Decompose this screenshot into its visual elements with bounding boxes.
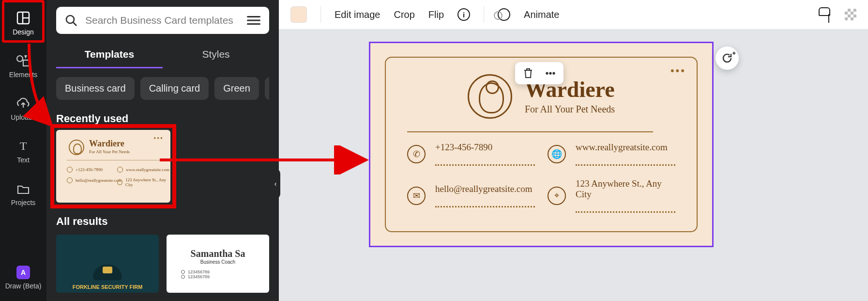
chip-business-card[interactable]: Business card	[56, 77, 135, 100]
card-more-icon[interactable]: •••	[670, 64, 686, 77]
light-card-name: Samantha Sa	[191, 248, 245, 259]
tab-styles[interactable]: Styles	[163, 42, 269, 68]
separator	[320, 6, 321, 23]
svg-text:T: T	[20, 140, 27, 152]
projects-icon	[16, 181, 30, 196]
design-icon	[16, 11, 30, 25]
rail-projects[interactable]: Projects	[4, 174, 43, 213]
thumb-site: www.reallygreatsite.com	[117, 167, 169, 173]
pin-icon: ⌖	[548, 187, 566, 205]
globe-icon: 🌐	[548, 145, 566, 163]
separator	[484, 6, 484, 23]
pet-logo-icon	[468, 74, 512, 119]
light-card-line1: 123456789	[181, 269, 210, 274]
chip-green[interactable]: Green	[214, 77, 259, 100]
regenerate-button[interactable]	[716, 47, 739, 70]
rail-elements-label: Elements	[9, 71, 37, 79]
uploads-icon	[16, 96, 30, 111]
rail-draw[interactable]: A Draw (Beta)	[4, 258, 43, 297]
template-card-dark[interactable]: FORKLINE SECURITY FIRM	[56, 235, 159, 293]
collapse-panel-handle[interactable]: ‹	[271, 169, 280, 199]
card-subtitle: For All Your Pet Needs	[525, 104, 615, 115]
light-card-role: Business Coach	[200, 259, 235, 265]
rail-uploads-label: Uploads	[11, 113, 35, 121]
phone-value: +123-456-7890	[435, 142, 535, 153]
draw-icon: A	[16, 266, 30, 279]
thumb-more-icon[interactable]: •••	[153, 135, 164, 143]
paint-roller-icon[interactable]	[819, 7, 831, 22]
tab-templates[interactable]: Templates	[56, 42, 163, 68]
thumb-email: hello@reallygreatsite.com	[67, 177, 122, 183]
contact-grid: ✆ +123-456-7890 🌐 www.reallygreatsite.co…	[407, 142, 675, 213]
contact-phone: ✆ +123-456-7890	[407, 142, 535, 166]
search-bar[interactable]	[56, 7, 269, 34]
template-card-light[interactable]: Samantha Sa Business Coach 123456789 123…	[167, 235, 269, 293]
thumb-logo-icon	[69, 140, 84, 155]
svg-line-7	[73, 22, 76, 26]
templates-panel: Templates Styles Business card Calling c…	[46, 0, 279, 301]
svg-point-3	[17, 56, 23, 62]
search-input[interactable]	[84, 14, 240, 27]
phone-icon: ✆	[407, 145, 426, 163]
elements-icon	[16, 53, 30, 68]
email-value: hello@reallygreatsite.com	[435, 184, 535, 194]
thumb-title: Wardiere	[89, 139, 124, 149]
element-float-toolbar: •••	[515, 62, 563, 84]
delete-button[interactable]	[522, 67, 534, 79]
thumb-divider	[67, 160, 160, 160]
addr-value: 123 Anywhere St., Any City	[576, 178, 675, 200]
rail-uploads[interactable]: Uploads	[4, 89, 43, 128]
info-icon[interactable]: i	[457, 8, 470, 21]
text-icon: T	[16, 139, 30, 153]
color-swatch[interactable]	[290, 6, 307, 23]
rail-elements[interactable]: Elements	[4, 47, 43, 85]
rail-design-label: Design	[13, 28, 34, 36]
more-options-button[interactable]: •••	[544, 67, 557, 79]
recent-template-thumb[interactable]: ••• Wardiere For All Your Pet Needs +123…	[56, 130, 170, 203]
contact-address: ⌖ 123 Anywhere St., Any City	[548, 178, 675, 213]
thumb-phone: +123-456-7890	[67, 167, 103, 173]
thumb-addr: 123 Anywhere St., Any City	[117, 177, 170, 187]
light-card-line2: 123456789	[181, 274, 210, 279]
card-divider	[407, 131, 653, 132]
rail-design[interactable]: Design	[4, 4, 43, 43]
all-results-heading: All results	[56, 215, 269, 228]
mail-icon: ✉	[407, 187, 426, 205]
dark-card-title: FORKLINE SECURITY FIRM	[73, 284, 143, 290]
thumb-subtitle: For All Your Pet Needs	[89, 149, 130, 154]
filters-icon[interactable]	[247, 15, 260, 26]
all-results-grid: FORKLINE SECURITY FIRM Samantha Sa Busin…	[56, 235, 269, 293]
svg-point-6	[66, 16, 74, 23]
rail-text-label: Text	[17, 156, 30, 164]
context-toolbar: Edit image Crop Flip i Animate	[279, 0, 868, 29]
side-rail: Design Elements Uploads T Text Projects …	[0, 0, 46, 301]
edit-image-button[interactable]: Edit image	[335, 9, 381, 20]
rail-draw-label: Draw (Beta)	[5, 282, 42, 290]
contact-site: 🌐 www.reallygreatsite.com	[548, 142, 675, 166]
flip-button[interactable]: Flip	[428, 9, 444, 20]
site-value: www.reallygreatsite.com	[576, 142, 675, 153]
panel-tabs: Templates Styles	[56, 42, 269, 68]
contact-email: ✉ hello@reallygreatsite.com	[407, 178, 535, 213]
rail-text[interactable]: T Text	[4, 132, 43, 171]
chip-more[interactable]: B	[265, 77, 269, 100]
recently-used-heading: Recently used	[56, 112, 269, 125]
svg-rect-4	[23, 60, 29, 66]
rail-projects-label: Projects	[11, 199, 36, 206]
chip-calling-card[interactable]: Calling card	[140, 77, 209, 100]
hat-icon	[93, 265, 122, 280]
filter-chips: Business card Calling card Green B	[56, 77, 269, 100]
transparency-icon[interactable]	[845, 9, 856, 20]
search-icon	[65, 14, 77, 27]
animate-button[interactable]: Animate	[524, 9, 559, 20]
animate-icon	[498, 8, 510, 21]
crop-button[interactable]: Crop	[394, 9, 415, 20]
